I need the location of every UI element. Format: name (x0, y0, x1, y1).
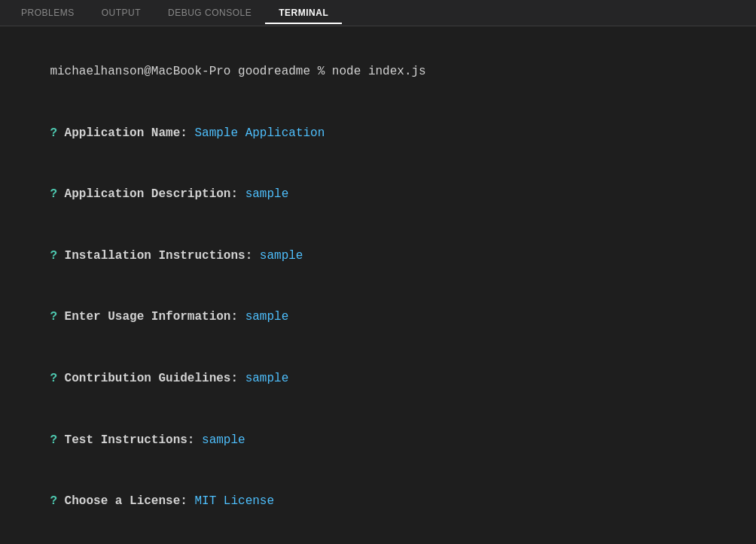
terminal-line-app-name: ? Application Name: Sample Application (21, 103, 735, 165)
terminal-line-app-desc: ? Application Description: sample (21, 164, 735, 226)
terminal-prompt-initial: michaelhanson@MacBook-Pro goodreadme % n… (21, 41, 735, 103)
terminal-body: michaelhanson@MacBook-Pro goodreadme % n… (0, 26, 756, 544)
terminal-line-usage: ? Enter Usage Information: sample (21, 287, 735, 348)
tab-output[interactable]: OUTPUT (88, 2, 154, 24)
tab-bar: PROBLEMS OUTPUT DEBUG CONSOLE TERMINAL (0, 0, 756, 26)
tab-terminal[interactable]: TERMINAL (265, 2, 342, 24)
terminal-line-owner: ? Application or Owner Name (for License… (21, 533, 735, 545)
tab-debug-console[interactable]: DEBUG CONSOLE (154, 2, 265, 24)
terminal-line-contribution: ? Contribution Guidelines: sample (21, 348, 735, 410)
terminal-line-test: ? Test Instructions: sample (21, 409, 735, 471)
terminal-line-install: ? Installation Instructions: sample (21, 226, 735, 287)
terminal-line-license: ? Choose a License: MIT License (21, 471, 735, 533)
tab-problems[interactable]: PROBLEMS (8, 2, 88, 24)
